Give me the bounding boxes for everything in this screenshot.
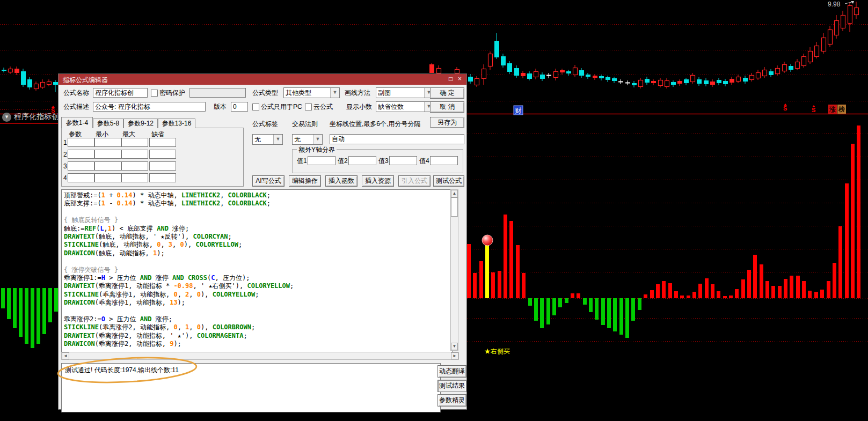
dialog-title: 指标公式编辑器	[63, 76, 108, 85]
code-hscrollbar[interactable]: ◄ ►	[61, 352, 459, 360]
cancel-button[interactable]: 取 消	[430, 101, 464, 113]
code-vscrollbar[interactable]: ▲ ▼	[450, 189, 458, 351]
formula-type-label: 公式类型	[252, 88, 278, 97]
yaxis-value-label-2: 值2	[338, 157, 348, 165]
decimal-label: 显示小数	[346, 102, 372, 111]
code-line: DRAWTEXT(触底, 动能指标, ' ★反转'), COLORCYAN;	[64, 233, 452, 241]
save-as-button[interactable]: 另存为	[430, 117, 464, 128]
password-protect-label: 密码保护	[159, 88, 185, 97]
param-header-3: 最大	[122, 130, 135, 138]
scroll-down-icon[interactable]: ▼	[451, 343, 458, 350]
param-row-label-2: 2	[63, 150, 67, 159]
svg-text:财: 财	[515, 107, 522, 114]
scroll-right-icon[interactable]: ►	[451, 352, 458, 359]
scroll-left-icon[interactable]: ◄	[62, 352, 69, 359]
param-input-r1c3[interactable]	[121, 138, 148, 147]
formula-desc-label: 公式描述	[63, 102, 89, 111]
formula-type-select[interactable]: 其他类型▼	[283, 87, 340, 98]
extra-yaxis-group-label: 额外Y轴分界	[297, 145, 337, 154]
yaxis-value-input-3[interactable]	[389, 156, 417, 165]
param-input-r4c2[interactable]	[94, 173, 121, 182]
param-table: 参数最小最大缺省1234	[61, 128, 244, 187]
param-input-r1c4[interactable]	[149, 138, 176, 147]
action-button-测试公式[interactable]: 测试公式	[433, 175, 464, 187]
formula-name-input[interactable]: 程序化指标创	[93, 88, 148, 98]
code-line: DRAWICON(乖离涨停1, 动能指标, 13);	[64, 299, 452, 307]
param-input-r3c4[interactable]	[149, 161, 176, 171]
action-button-AI写公式[interactable]: AI写公式	[252, 175, 285, 187]
chevron-down-icon[interactable]: ▼	[273, 135, 282, 144]
param-input-r4c3[interactable]	[121, 173, 148, 182]
formula-name-label: 公式名称	[63, 88, 89, 97]
code-line: 乖离涨停1:=H > 压力位 AND 涨停 AND CROSS(C, 压力位);	[64, 274, 452, 282]
code-line: 乖离涨停2:=O > 压力位 AND 涨停;	[64, 315, 452, 323]
param-input-r3c1[interactable]	[68, 161, 94, 171]
side-button-参数精灵[interactable]: 参数精灵	[437, 394, 466, 407]
param-input-r3c3[interactable]	[121, 161, 148, 171]
yaxis-value-input-4[interactable]	[430, 156, 458, 165]
svg-text:涨: 涨	[829, 106, 836, 113]
param-row-label-4: 4	[63, 174, 67, 182]
formula-code-editor[interactable]: 顶部警戒:=(1 + 0.14) * 动态中轴, LINETHICK2, COL…	[61, 189, 453, 352]
trade-rule-select[interactable]: 无▼	[292, 134, 323, 145]
param-row-label-3: 3	[63, 162, 67, 171]
cloud-formula-checkbox[interactable]	[305, 104, 312, 110]
param-input-r2c1[interactable]	[68, 150, 94, 159]
chevron-down-icon[interactable]: ▼	[313, 135, 322, 144]
param-input-r2c2[interactable]	[94, 150, 121, 159]
password-input[interactable]	[189, 88, 246, 98]
yaxis-value-input-1[interactable]	[308, 156, 335, 165]
param-input-r2c3[interactable]	[121, 150, 148, 159]
param-input-r3c2[interactable]	[94, 161, 121, 171]
tab-参数5-8[interactable]: 参数5-8	[93, 119, 123, 128]
code-line: 顶部警戒:=(1 + 0.14) * 动态中轴, LINETHICK2, COL…	[64, 191, 452, 200]
dialog-titlebar[interactable]: 指标公式编辑器 □ ×	[59, 74, 466, 85]
param-input-r4c4[interactable]	[149, 173, 176, 182]
tab-参数9-12[interactable]: 参数9-12	[123, 119, 158, 128]
code-line: STICKLINE(乖离涨停2, 动能指标, 0, 1, 0), COLORBR…	[64, 323, 452, 331]
pc-only-label: 公式只用于PC	[261, 102, 302, 111]
action-button-插入函数[interactable]: 插入函数	[325, 175, 358, 187]
draw-method-select[interactable]: 副图▼	[376, 87, 434, 98]
ok-button[interactable]: 确 定	[430, 87, 464, 99]
action-button-编辑操作[interactable]: 编辑操作	[289, 175, 321, 187]
formula-editor-dialog: 指标公式编辑器 □ × 公式名称 程序化指标创 密码保护 公式类型 其他类型▼ …	[58, 73, 467, 410]
formula-tag-select[interactable]: 无▼	[252, 134, 283, 145]
tab-参数13-16[interactable]: 参数13-16	[158, 119, 195, 128]
version-input[interactable]: 0	[231, 102, 248, 112]
tab-参数1-4[interactable]: 参数1-4	[61, 117, 93, 128]
chevron-down-icon[interactable]: ▾	[2, 113, 11, 122]
formula-desc-input[interactable]: 公众号: 程序化指标	[93, 102, 206, 112]
code-line: DRAWICON(触底, 动能指标, 1);	[64, 249, 452, 257]
password-protect-checkbox[interactable]	[151, 90, 158, 97]
code-line: { 涨停突破信号 }	[64, 266, 452, 274]
maximize-icon[interactable]: □	[447, 75, 455, 83]
param-input-r2c4[interactable]	[149, 150, 176, 159]
trade-rule-label: 交易法则	[292, 120, 318, 128]
pane-title-label: 程序化指标创	[14, 112, 59, 121]
side-button-测试结果[interactable]: 测试结果	[437, 380, 466, 392]
code-line	[64, 257, 452, 265]
side-button-动态翻译[interactable]: 动态翻译	[437, 365, 466, 378]
param-row-label-1: 1	[63, 138, 67, 147]
param-input-r1c1[interactable]	[68, 138, 94, 147]
param-input-r4c1[interactable]	[68, 173, 94, 182]
code-line: 底部支撑:=(1 - 0.14) * 动态中轴, LINETHICK2, COL…	[64, 200, 452, 208]
svg-text:S: S	[812, 107, 815, 113]
extra-yaxis-group: 额外Y轴分界 值1值2值3值4	[292, 149, 463, 173]
vscroll-thumb[interactable]	[451, 197, 458, 217]
action-button-引入公式[interactable]: 引入公式	[398, 175, 431, 187]
action-button-插入资源[interactable]: 插入资源	[362, 175, 394, 187]
code-line: STICKLINE(触底, 动能指标, 0, 3, 0), COLORYELLO…	[64, 241, 452, 249]
close-icon[interactable]: ×	[456, 75, 464, 83]
yaxis-value-label-4: 值4	[419, 157, 429, 165]
coord-line-input[interactable]: 自动	[330, 134, 464, 144]
svg-text:榜: 榜	[838, 106, 845, 113]
param-input-r1c2[interactable]	[94, 138, 121, 147]
param-header-2: 最小	[96, 130, 108, 138]
scroll-up-icon[interactable]: ▲	[451, 190, 458, 197]
chevron-down-icon[interactable]: ▼	[330, 88, 339, 98]
decimal-select[interactable]: 缺省位数▼	[376, 101, 434, 112]
yaxis-value-input-2[interactable]	[348, 156, 376, 165]
pc-only-checkbox[interactable]	[252, 104, 259, 110]
